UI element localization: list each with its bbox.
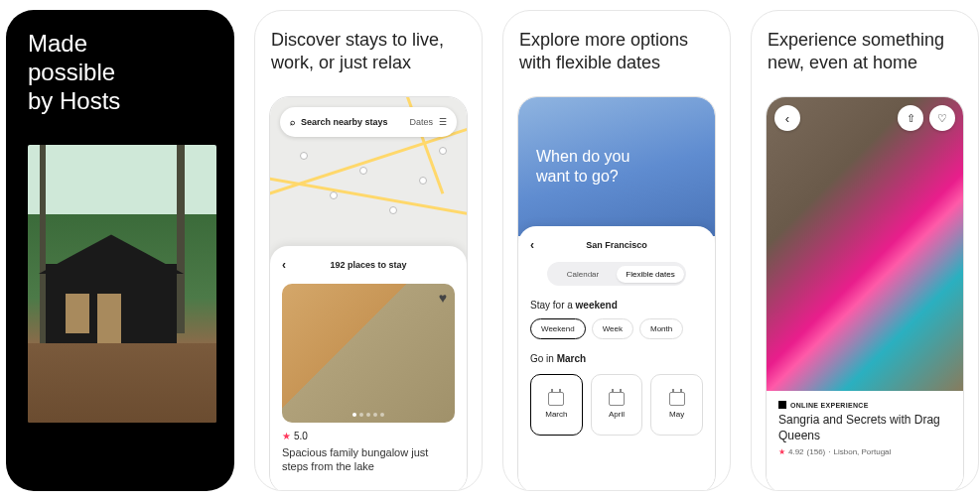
search-dates-label[interactable]: Dates: [409, 117, 433, 127]
search-icon: ⌕: [290, 117, 295, 127]
hero-text-line: When do you: [536, 148, 630, 165]
experience-rating: 4.92: [788, 447, 804, 456]
promo-title: Made possible by Hosts: [28, 30, 220, 115]
promo-title-line: by Hosts: [28, 87, 120, 114]
results-sheet: ‹ 192 places to stay ★ 5.0 Spacious fami…: [270, 246, 467, 491]
hero-text-line: want to go?: [536, 168, 619, 185]
chip-weekend[interactable]: Weekend: [530, 318, 586, 339]
promo-card-discover: Discover stays to live, work, or just re…: [254, 10, 483, 491]
calendar-icon: [548, 392, 564, 406]
places-count: 192 places to stay: [330, 260, 406, 270]
promo-card-hosts: Made possible by Hosts: [6, 10, 234, 491]
experience-review-count: (156): [807, 447, 826, 456]
location-label: San Francisco: [586, 240, 647, 250]
stay-length-chips: Weekend Week Month: [530, 318, 703, 339]
back-button[interactable]: ‹: [530, 238, 534, 252]
photo-pager-dots: [352, 413, 384, 417]
flexible-sheet: ‹ San Francisco Calendar Flexible dates …: [518, 226, 715, 491]
phone-mock-discover: ⌕ Search nearby stays Dates ☰ ‹ 192 plac…: [269, 96, 468, 491]
promo-heading: Discover stays to live, work, or just re…: [271, 29, 466, 73]
share-icon: ⇧: [907, 112, 915, 125]
favorite-button[interactable]: ♡: [929, 105, 955, 131]
calendar-icon: [609, 392, 625, 406]
experience-type-badge: ONLINE EXPERIENCE: [778, 401, 951, 409]
chip-month[interactable]: Month: [639, 318, 683, 339]
listing-title[interactable]: Spacious family bungalow just steps from…: [282, 445, 455, 474]
filter-icon[interactable]: ☰: [439, 117, 447, 127]
listing-rating: ★ 5.0: [282, 431, 455, 441]
go-month-label: Go in March: [530, 353, 703, 364]
month-card-april[interactable]: April: [591, 374, 643, 436]
month-card-may[interactable]: May: [650, 374, 703, 436]
month-picker: March April May: [530, 374, 703, 436]
listing-photo[interactable]: [282, 284, 455, 423]
promo-title-line: Made: [28, 30, 87, 57]
badge-icon: [778, 401, 786, 409]
calendar-icon: [669, 392, 685, 406]
promo-photo: [28, 145, 216, 423]
tab-flexible-dates[interactable]: Flexible dates: [617, 266, 684, 283]
star-icon: ★: [282, 431, 291, 441]
promo-card-experience: Experience something new, even at home ‹…: [751, 10, 979, 491]
promo-card-flexible: Explore more options with flexible dates…: [502, 10, 731, 491]
experience-location: Lisbon, Portugal: [834, 447, 892, 456]
tab-segmented-control[interactable]: Calendar Flexible dates: [547, 262, 686, 286]
hero-banner: When do you want to go?: [518, 97, 715, 236]
phone-mock-flexible: When do you want to go? ‹ San Francisco …: [517, 96, 716, 491]
experience-details: ONLINE EXPERIENCE Sangria and Secrets wi…: [767, 391, 963, 491]
phone-mock-experience: ‹ ⇧ ♡ ONLINE EXPERIENCE Sangria and Secr…: [766, 96, 964, 491]
experience-title[interactable]: Sangria and Secrets with Drag Queens: [778, 413, 951, 443]
chip-week[interactable]: Week: [592, 318, 633, 339]
search-placeholder: Search nearby stays: [301, 117, 388, 127]
rating-value: 5.0: [294, 431, 308, 441]
experience-photo[interactable]: [767, 97, 963, 395]
back-button[interactable]: ‹: [774, 105, 800, 131]
experience-meta: ★ 4.92 (156) · Lisbon, Portugal: [778, 447, 951, 456]
promo-heading: Experience something new, even at home: [768, 29, 962, 73]
promo-heading: Explore more options with flexible dates: [519, 29, 714, 73]
star-icon: ★: [778, 447, 785, 456]
month-card-march[interactable]: March: [530, 374, 583, 436]
heart-icon: ♡: [937, 112, 947, 125]
promo-title-line: possible: [28, 59, 115, 85]
share-button[interactable]: ⇧: [898, 105, 923, 131]
search-bar[interactable]: ⌕ Search nearby stays Dates ☰: [280, 107, 457, 137]
stay-length-label: Stay for a weekend: [530, 300, 703, 311]
tab-calendar[interactable]: Calendar: [549, 266, 617, 283]
back-button[interactable]: ‹: [282, 258, 286, 272]
